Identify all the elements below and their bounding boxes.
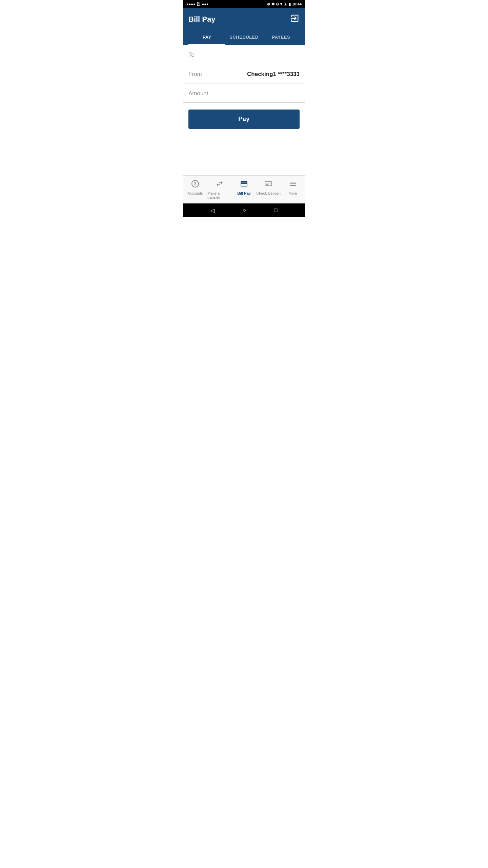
nav-transfer-label: Make a transfer [207,191,232,199]
tab-payees[interactable]: PAYEES [263,31,300,45]
bottom-nav: $ Accounts Make a transfer Bill Pay [183,175,305,203]
signal-icon: ▲ [284,2,287,6]
signal-dots: ●●●● [186,2,196,6]
logout-svg [290,14,300,23]
nav-checkdeposit-label: Check Deposit [256,191,281,195]
from-value: Checking1 ****3333 [247,71,300,78]
tab-scheduled[interactable]: SCHEDULED [225,31,262,45]
logout-icon[interactable] [290,14,300,25]
more-icon [289,180,297,190]
transfer-icon [216,180,224,190]
accounts-svg: $ [191,180,199,188]
signal-dots-2: ●●● [202,2,209,6]
status-bar: ●●●● 🖼 ●●● ⊕ ✱ ⊖ ▾ ▲ ▮ 10:44 [183,0,305,8]
nav-more[interactable]: More [281,178,305,201]
status-right: ⊕ ✱ ⊖ ▾ ▲ ▮ 10:44 [267,2,302,6]
back-button[interactable]: ◁ [210,207,215,214]
checkdeposit-svg [264,180,272,188]
from-label: From [188,71,202,78]
recents-button[interactable]: □ [274,207,278,213]
pay-form: To From Checking1 ****3333 Amount Pay [183,45,305,156]
amount-field[interactable]: Amount [183,83,305,103]
pay-button-container: Pay [183,103,305,136]
pay-button[interactable]: Pay [188,110,300,129]
nav-accounts[interactable]: $ Accounts [183,178,207,201]
nav-accounts-label: Accounts [187,191,203,195]
time-display: 10:44 [292,2,302,6]
bluetooth-icon: ✱ [271,2,274,6]
svg-text:$: $ [194,181,197,186]
nav-transfer[interactable]: Make a transfer [207,178,232,201]
billpay-svg [240,180,248,188]
app-header: Bill Pay PAY SCHEDULED PAYEES [183,8,305,45]
svg-rect-2 [265,182,272,186]
minus-circle-icon: ⊖ [276,2,279,6]
more-svg [289,180,297,188]
page-title: Bill Pay [188,15,215,24]
header-top: Bill Pay [188,14,300,25]
plus-circle-icon: ⊕ [267,2,270,6]
from-field[interactable]: From Checking1 ****3333 [183,64,305,83]
nav-checkdeposit[interactable]: Check Deposit [256,178,281,201]
to-label: To [188,52,300,58]
android-nav-bar: ◁ ○ □ [183,203,305,217]
amount-label: Amount [188,90,208,97]
home-button[interactable]: ○ [243,207,246,213]
nav-billpay-label: Bill Pay [237,191,251,195]
status-left: ●●●● 🖼 ●●● [186,2,209,6]
transfer-svg [216,180,224,188]
nav-more-label: More [288,191,297,195]
checkdeposit-icon [264,180,272,190]
accounts-icon: $ [191,180,199,190]
battery-icon: ▮ [289,2,291,6]
image-icon: 🖼 [197,2,201,6]
tab-bar: PAY SCHEDULED PAYEES [188,31,300,45]
nav-billpay[interactable]: Bill Pay [232,178,256,201]
tab-pay[interactable]: PAY [188,31,225,45]
billpay-icon [240,180,248,190]
wifi-icon: ▾ [280,2,282,6]
to-field[interactable]: To [183,45,305,64]
